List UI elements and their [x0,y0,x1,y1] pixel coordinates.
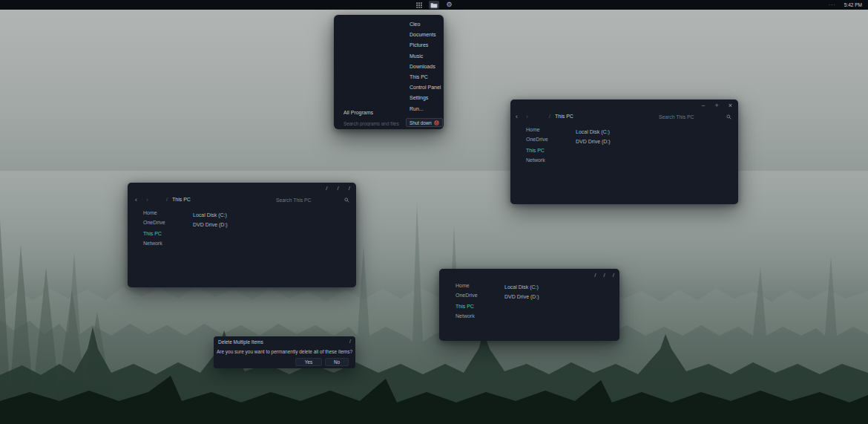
clock[interactable]: 5:42 PM [844,0,862,10]
delete-confirmation-dialog: Delete Multiple Items / Are you sure you… [214,336,355,368]
sidebar-item-network[interactable]: Network [143,240,162,247]
window-controls: / / / [594,272,614,279]
file-explorer-icon[interactable] [429,1,439,9]
breadcrumb[interactable]: This PC [172,197,191,202]
gear-glyph: ⚙ [446,1,452,9]
dialog-title: Delete Multiple Items [218,339,263,345]
drive-dvd[interactable]: DVD Drive (D:) [576,138,611,146]
forward-button[interactable]: › [146,196,148,204]
topbar-status-group: ··· 5:42 PM [829,0,862,10]
explorer-window-bottom-right: / / / Home OneDrive This PC Network Loca… [439,269,619,341]
menu-item-settings[interactable]: Settings [410,93,441,103]
sidebar-item-this-pc[interactable]: This PC [526,147,545,154]
drive-local-disk[interactable]: Local Disk (C:) [504,284,539,291]
overflow-menu-icon[interactable]: ··· [829,0,836,10]
no-button[interactable]: No [325,358,349,366]
menu-item-music[interactable]: Music [410,51,441,62]
sidebar-item-onedrive[interactable]: OneDrive [526,136,548,143]
sidebar-item-home[interactable]: Home [456,282,470,290]
menu-item-documents[interactable]: Documents [410,30,441,40]
menu-item-user-cleo[interactable]: Cleo [410,19,441,30]
search-input[interactable] [276,195,346,205]
drive-local-disk[interactable]: Local Disk (C:) [576,128,610,136]
topbar-launcher-group: ⚙ [0,0,868,10]
settings-gear-icon[interactable]: ⚙ [444,1,454,9]
shutdown-button[interactable]: Shut down [406,118,443,127]
window-controls: − + × [701,102,732,109]
drive-dvd[interactable]: DVD Drive (D:) [504,293,539,301]
menu-item-downloads[interactable]: Downloads [410,62,441,72]
sidebar-item-network[interactable]: Network [526,157,545,164]
back-button[interactable]: ‹ [135,196,137,204]
power-icon [434,120,439,125]
sidebar-item-home[interactable]: Home [526,126,540,134]
menu-item-this-pc[interactable]: This PC [410,72,441,82]
explorer-window-middle-left: / / / ‹ › / This PC Home OneDrive This P… [128,183,356,287]
dialog-message: Are you sure you want to permanently del… [214,349,355,354]
minimize-button[interactable]: / [594,272,596,279]
start-menu-items: Cleo Documents Pictures Music Downloads … [410,19,441,114]
close-button[interactable]: / [613,272,614,279]
search-icon[interactable] [344,198,349,203]
start-menu-search-input[interactable] [343,120,407,128]
menu-item-run[interactable]: Run... [410,104,441,114]
sidebar-item-home[interactable]: Home [143,209,157,217]
sidebar-item-onedrive[interactable]: OneDrive [143,219,165,226]
maximize-button[interactable]: + [714,102,718,109]
menu-item-control-panel[interactable]: Control Panel [410,82,441,93]
topbar: ⚙ ··· 5:42 PM [0,0,868,10]
forward-button[interactable]: › [526,113,528,121]
search-icon[interactable] [726,114,731,120]
drive-local-disk[interactable]: Local Disk (C:) [193,212,227,219]
back-button[interactable]: ‹ [516,113,518,121]
menu-item-pictures[interactable]: Pictures [410,40,441,50]
window-controls: / / / [326,185,350,192]
breadcrumb-separator: / [549,114,550,119]
yes-button[interactable]: Yes [295,358,322,366]
sidebar-item-network[interactable]: Network [456,313,475,320]
app-grid-icon[interactable] [414,1,424,9]
explorer-window-top-right: − + × ‹ › / This PC Home OneDrive This P… [510,100,738,204]
sidebar-item-onedrive[interactable]: OneDrive [456,292,478,299]
maximize-button[interactable]: / [604,272,605,279]
search-input[interactable] [659,112,729,122]
close-button[interactable]: / [349,185,350,192]
sidebar-item-this-pc[interactable]: This PC [143,230,162,238]
minimize-button[interactable]: − [701,102,705,109]
navigation-bar: ‹ › / This PC [510,112,738,122]
start-menu: Cleo Documents Pictures Music Downloads … [334,15,444,129]
dialog-close-button[interactable]: / [349,339,351,344]
sidebar-item-this-pc[interactable]: This PC [456,303,474,310]
close-button[interactable]: × [729,102,732,109]
all-programs-button[interactable]: All Programs [343,109,373,116]
maximize-button[interactable]: / [338,185,339,192]
shutdown-label: Shut down [410,120,432,125]
breadcrumb[interactable]: This PC [555,114,573,119]
breadcrumb-separator: / [166,197,168,202]
navigation-bar: ‹ › / This PC [128,195,356,205]
minimize-button[interactable]: / [326,185,327,192]
drive-dvd[interactable]: DVD Drive (D:) [193,221,228,229]
